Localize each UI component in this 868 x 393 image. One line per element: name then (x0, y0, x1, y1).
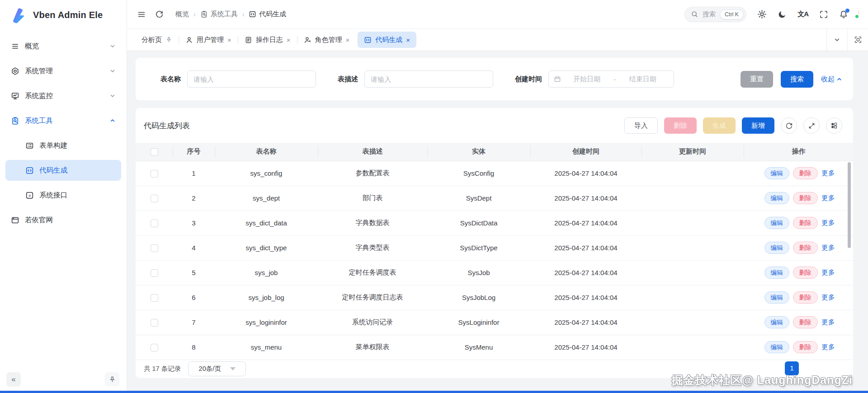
sidebar-item-label: 代码生成 (39, 166, 67, 175)
row-table-name: sys_dict_data (215, 211, 318, 235)
fullscreen-icon[interactable] (819, 10, 828, 19)
hamburger-menu-icon[interactable] (137, 10, 146, 19)
row-checkbox[interactable] (151, 195, 158, 202)
edit-button[interactable]: 编辑 (764, 267, 789, 279)
close-tab-icon[interactable]: × (346, 37, 350, 43)
logo[interactable]: Vben Admin Ele (0, 0, 127, 28)
close-tab-icon[interactable]: × (287, 37, 291, 43)
fullscreen-table-button[interactable] (803, 117, 820, 134)
import-button[interactable]: 导入 (624, 117, 658, 134)
sidebar-item-overview[interactable]: 概览 (5, 36, 121, 56)
end-date-placeholder[interactable]: 结束日期 (617, 75, 669, 84)
sidebar-item-system-management[interactable]: 系统管理 (5, 61, 121, 81)
edit-button[interactable]: 编辑 (764, 341, 789, 353)
row-checkbox[interactable] (151, 344, 158, 351)
select-all-checkbox[interactable] (151, 148, 158, 156)
column-header-entity: 实体 (427, 143, 530, 161)
delete-button[interactable]: 删除 (793, 242, 818, 254)
page-size-select[interactable]: 20条/页 (188, 361, 246, 376)
sidebar-item-code-generation[interactable]: 代码生成 (5, 160, 121, 181)
table-name-input[interactable] (187, 70, 316, 88)
breadcrumb-item-system-tools[interactable]: 系统工具 (200, 10, 238, 19)
edit-button[interactable]: 编辑 (764, 316, 789, 328)
edit-button[interactable]: 编辑 (764, 242, 789, 254)
more-button[interactable]: 更多 (822, 343, 835, 351)
pin-icon[interactable] (165, 37, 172, 43)
table-desc-input[interactable] (364, 70, 493, 88)
breadcrumb-item-code-generation[interactable]: 代码生成 (249, 10, 286, 19)
edit-button[interactable]: 编辑 (764, 291, 789, 304)
collapse-sidebar-button[interactable]: « (6, 372, 21, 387)
pin-sidebar-button[interactable] (105, 372, 119, 387)
app-logo-icon (9, 6, 27, 24)
row-checkbox[interactable] (151, 269, 158, 277)
more-button[interactable]: 更多 (822, 244, 835, 251)
column-settings-button[interactable] (826, 117, 842, 134)
close-tab-icon[interactable]: × (227, 37, 231, 43)
vertical-scrollbar-thumb[interactable] (848, 162, 851, 248)
tab-role-management[interactable]: 角色管理 × (297, 29, 356, 51)
language-translate-icon[interactable]: 文A (797, 10, 808, 19)
delete-button[interactable]: 删除 (793, 341, 818, 353)
page-1-button[interactable]: 1 (785, 361, 799, 375)
row-checkbox[interactable] (151, 319, 158, 327)
more-button[interactable]: 更多 (822, 318, 835, 326)
row-table-name: sys_config (215, 161, 318, 186)
delete-button[interactable]: 删除 (793, 267, 818, 279)
refresh-table-button[interactable] (781, 117, 797, 134)
sidebar-item-form-builder[interactable]: 表单构建 (5, 135, 121, 156)
more-button[interactable]: 更多 (822, 294, 835, 301)
row-select-cell (136, 335, 173, 360)
batch-delete-button[interactable]: 删除 (664, 117, 697, 134)
collapse-filter-link[interactable]: 收起 (821, 75, 842, 84)
tab-list-chevron-down-icon[interactable] (826, 29, 847, 51)
edit-button[interactable]: 编辑 (764, 192, 789, 204)
row-checkbox[interactable] (151, 170, 158, 178)
delete-button[interactable]: 删除 (793, 192, 818, 204)
close-tab-icon[interactable]: × (406, 37, 410, 43)
breadcrumb-item-overview[interactable]: 概览 (175, 10, 189, 19)
row-checkbox[interactable] (151, 244, 158, 252)
row-select-cell (136, 186, 173, 211)
delete-button[interactable]: 删除 (793, 316, 818, 328)
settings-gear-icon[interactable] (757, 9, 767, 19)
sidebar-item-system-api[interactable]: If 系统接口 (5, 185, 121, 206)
generate-button[interactable]: 生成 (703, 117, 736, 134)
notifications-bell-icon[interactable] (839, 10, 848, 19)
date-range-picker[interactable]: 开始日期 - 结束日期 (548, 70, 674, 88)
start-date-placeholder[interactable]: 开始日期 (561, 75, 613, 84)
edit-button[interactable]: 编辑 (764, 167, 789, 179)
row-select-cell (136, 285, 173, 310)
more-button[interactable]: 更多 (822, 269, 835, 276)
dark-mode-moon-icon[interactable] (778, 10, 787, 19)
sidebar-item-ruoyi-site[interactable]: 若依官网 (5, 210, 121, 230)
code-icon (249, 10, 256, 18)
reset-button[interactable]: 重置 (741, 71, 773, 88)
more-button[interactable]: 更多 (822, 169, 835, 177)
edit-button[interactable]: 编辑 (764, 217, 789, 229)
sidebar-item-system-tools[interactable]: 系统工具 (5, 110, 121, 131)
row-seq: 7 (173, 310, 215, 335)
row-checkbox[interactable] (151, 294, 158, 302)
refresh-page-icon[interactable] (155, 10, 164, 19)
chevron-up-icon (836, 76, 842, 82)
global-search-button[interactable]: 搜索 Ctrl K (684, 7, 746, 22)
filter-panel: 表名称 表描述 创建时间 开始日期 - 结束日期 重置 搜索 (136, 58, 853, 100)
maximize-content-icon[interactable] (847, 29, 868, 51)
delete-button[interactable]: 删除 (793, 217, 818, 229)
more-button[interactable]: 更多 (822, 194, 835, 201)
tab-code-generation[interactable]: 代码生成 × (358, 32, 416, 48)
tab-operation-log[interactable]: 操作日志 × (238, 29, 297, 51)
user-icon (185, 36, 193, 44)
search-button[interactable]: 搜索 (781, 71, 813, 88)
sidebar-item-system-monitor[interactable]: 系统监控 (5, 85, 121, 106)
delete-button[interactable]: 删除 (793, 167, 818, 179)
delete-button[interactable]: 删除 (793, 291, 818, 304)
tab-user-management[interactable]: 用户管理 × (179, 29, 238, 51)
add-button[interactable]: 新增 (742, 117, 774, 134)
more-button[interactable]: 更多 (822, 219, 835, 226)
user-avatar[interactable] (858, 10, 859, 19)
row-checkbox[interactable] (151, 220, 158, 227)
row-table-name: sys_dept (215, 186, 318, 211)
tab-analysis[interactable]: 分析页 (135, 29, 179, 51)
